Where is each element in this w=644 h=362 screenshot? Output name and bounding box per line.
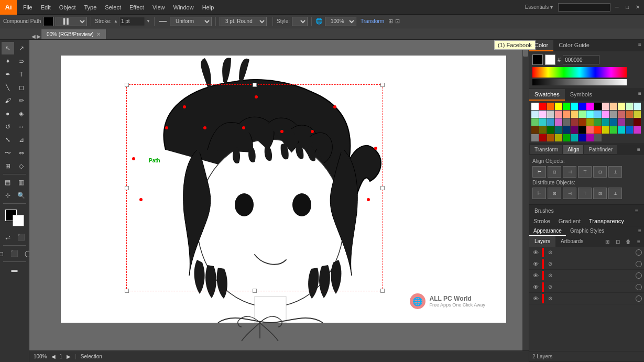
swatch[interactable] bbox=[547, 118, 554, 126]
swatch[interactable] bbox=[578, 118, 586, 126]
swatch[interactable] bbox=[555, 111, 562, 118]
align-right-btn[interactable]: ⊣ bbox=[563, 166, 576, 178]
align-left-btn[interactable]: ⊢ bbox=[532, 166, 546, 178]
swatch[interactable] bbox=[563, 111, 570, 118]
pen-tool[interactable]: ✒ bbox=[2, 68, 14, 81]
swatch[interactable] bbox=[594, 111, 602, 118]
swatch[interactable] bbox=[563, 103, 570, 110]
swatches-panel-menu[interactable]: ≡ bbox=[636, 89, 644, 97]
stroke-tab[interactable]: Stroke bbox=[529, 216, 554, 226]
swatch[interactable] bbox=[555, 118, 562, 126]
transform-tab[interactable]: Transform bbox=[530, 145, 562, 154]
swatch[interactable] bbox=[531, 118, 539, 126]
width-tool[interactable]: ⇔ bbox=[15, 147, 28, 159]
swatch[interactable] bbox=[634, 126, 641, 134]
active-tab[interactable]: 00% (RGB/Preview) ✕ bbox=[41, 29, 106, 39]
layer-eye-4[interactable]: 👁 bbox=[531, 294, 540, 303]
layers-delete-btn[interactable]: 🗑 bbox=[624, 237, 632, 246]
swatch[interactable] bbox=[626, 111, 633, 118]
swatch[interactable] bbox=[563, 118, 570, 126]
background-swatch[interactable] bbox=[13, 215, 24, 226]
menu-edit[interactable]: Edit bbox=[37, 2, 55, 13]
graphic-styles-tab[interactable]: Graphic Styles bbox=[566, 226, 608, 236]
swatch[interactable] bbox=[563, 126, 570, 134]
eraser-tool[interactable]: ◈ bbox=[15, 107, 28, 120]
swatch[interactable] bbox=[586, 118, 594, 126]
close-button[interactable]: ✕ bbox=[634, 3, 642, 12]
hex-input[interactable] bbox=[563, 55, 599, 64]
swatch[interactable] bbox=[578, 111, 586, 118]
fill-type-select[interactable]: ▐ ▌ bbox=[56, 17, 87, 26]
artboards-tab[interactable]: Artboards bbox=[555, 236, 588, 247]
swatch[interactable] bbox=[626, 126, 633, 134]
default-colors-btn[interactable]: ⬛ bbox=[15, 231, 28, 244]
free-transform-tool[interactable]: ⊞ bbox=[2, 160, 14, 172]
gradient-tool[interactable]: ▥ bbox=[15, 176, 28, 189]
swatch[interactable] bbox=[547, 134, 554, 141]
align-center-v-btn[interactable]: ⊡ bbox=[593, 166, 607, 178]
swatch[interactable] bbox=[547, 111, 554, 118]
swatch[interactable] bbox=[531, 134, 539, 141]
layers-tab[interactable]: Layers bbox=[529, 236, 555, 247]
swatch[interactable] bbox=[531, 103, 539, 110]
symbols-tab[interactable]: Symbols bbox=[565, 89, 597, 101]
layer-vis-4[interactable] bbox=[636, 295, 642, 302]
hue-spectrum[interactable] bbox=[532, 67, 627, 78]
swatch[interactable] bbox=[586, 111, 594, 118]
swatch[interactable] bbox=[578, 103, 586, 110]
tab-left-arrow[interactable]: ◀ bbox=[31, 34, 36, 39]
swatch[interactable] bbox=[610, 103, 617, 110]
swatch[interactable] bbox=[618, 111, 625, 118]
zoom-select[interactable]: 100% bbox=[325, 17, 356, 26]
swatch[interactable] bbox=[586, 126, 594, 134]
menu-window[interactable]: Window bbox=[169, 2, 198, 13]
direct-select-tool[interactable]: ↗ bbox=[15, 42, 28, 54]
swatches-tab[interactable]: Swatches bbox=[529, 89, 565, 101]
dist-center-h-btn[interactable]: ⊡ bbox=[548, 188, 561, 199]
gradient-tab[interactable]: Gradient bbox=[554, 216, 585, 226]
stroke-cap-select[interactable]: 3 pt. Round bbox=[220, 17, 267, 26]
rotate-tool[interactable]: ↺ bbox=[2, 120, 14, 133]
swatch[interactable] bbox=[578, 134, 586, 141]
layers-move-btn[interactable]: ⊡ bbox=[614, 237, 622, 246]
align-top-btn[interactable]: ⊤ bbox=[578, 166, 592, 178]
brightness-spectrum[interactable] bbox=[532, 79, 627, 85]
transform-label[interactable]: Transform bbox=[361, 18, 384, 24]
swatch[interactable] bbox=[634, 111, 641, 118]
swatch[interactable] bbox=[594, 126, 602, 134]
swatch[interactable] bbox=[602, 103, 609, 110]
swatch[interactable] bbox=[555, 103, 562, 110]
dist-right-btn[interactable]: ⊣ bbox=[563, 188, 576, 199]
swatch[interactable] bbox=[594, 103, 602, 110]
swap-colors-btn[interactable]: ⇌ bbox=[2, 231, 14, 244]
layer-eye-3[interactable]: 👁 bbox=[531, 283, 540, 291]
swatch[interactable] bbox=[571, 111, 578, 118]
layers-new-btn[interactable]: ⊞ bbox=[603, 237, 612, 246]
align-center-h-btn[interactable]: ⊡ bbox=[548, 166, 561, 178]
warp-tool[interactable]: 〜 bbox=[2, 147, 14, 159]
type-tool[interactable]: T bbox=[15, 68, 28, 81]
search-input[interactable] bbox=[558, 3, 610, 12]
stroke-width-input[interactable] bbox=[119, 17, 145, 26]
dist-left-btn[interactable]: ⊢ bbox=[532, 188, 546, 199]
swatch[interactable] bbox=[571, 118, 578, 126]
layer-row[interactable]: 👁 ⊘ bbox=[529, 270, 644, 281]
style-select[interactable]: ─ bbox=[292, 17, 308, 26]
swatch[interactable] bbox=[578, 126, 586, 134]
align-icon[interactable]: ⊞ bbox=[388, 18, 393, 25]
rect-tool[interactable]: ◻ bbox=[15, 81, 28, 94]
bg-color-swatch[interactable] bbox=[545, 54, 555, 65]
swatch[interactable] bbox=[594, 134, 602, 141]
vertical-scrollbar[interactable] bbox=[522, 40, 529, 350]
tab-close-button[interactable]: ✕ bbox=[96, 31, 101, 37]
appearance-tab[interactable]: Appearance bbox=[529, 226, 566, 236]
menu-view[interactable]: View bbox=[148, 2, 169, 13]
layer-vis-3[interactable] bbox=[636, 284, 642, 290]
layer-vis-2[interactable] bbox=[636, 272, 642, 279]
paintbrush-tool[interactable]: 🖌 bbox=[2, 94, 14, 107]
maximize-button[interactable]: □ bbox=[623, 3, 631, 12]
pathfinder-tab[interactable]: Pathfinder bbox=[584, 145, 617, 154]
color-panel-menu[interactable]: ≡ bbox=[636, 40, 644, 48]
swatch[interactable] bbox=[610, 118, 617, 126]
mesh-tool[interactable]: ⊹ bbox=[2, 189, 14, 202]
